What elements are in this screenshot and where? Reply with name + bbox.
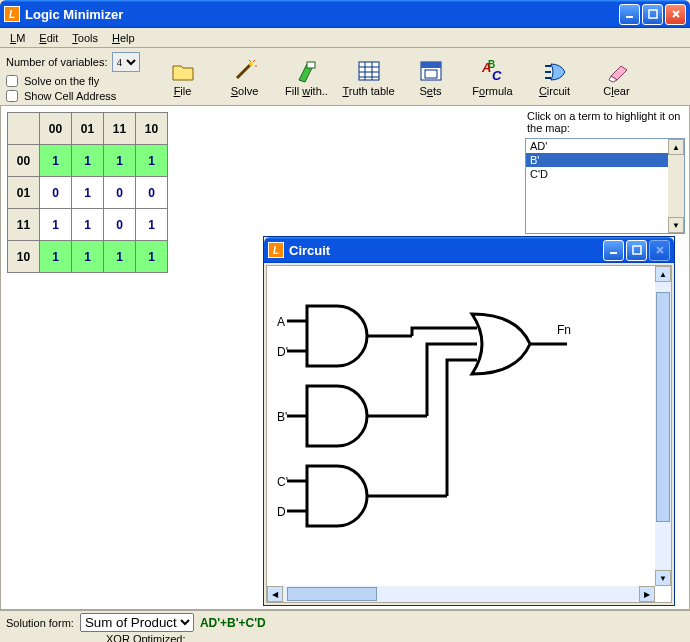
svg-text:Fn: Fn (557, 323, 571, 337)
svg-rect-4 (307, 62, 315, 68)
svg-line-2 (237, 64, 251, 78)
kmap-cell[interactable]: 1 (72, 209, 104, 241)
svg-text:D: D (277, 505, 286, 519)
svg-rect-1 (649, 10, 657, 18)
kmap-cell[interactable]: 1 (72, 145, 104, 177)
circuit-titlebar[interactable]: L Circuit (264, 237, 674, 263)
sets-button[interactable]: Sets (400, 57, 462, 97)
terms-scrollbar[interactable]: ▲ ▼ (668, 139, 684, 233)
toolbar-label: Formula (472, 85, 512, 97)
menu-tools[interactable]: Tools (66, 30, 104, 46)
scroll-right-icon[interactable]: ▶ (639, 586, 655, 602)
terms-hint: Click on a term to highlight it on the m… (527, 110, 685, 134)
svg-point-3 (249, 62, 253, 66)
solution-formula: AD'+B'+C'D (200, 616, 266, 630)
toolbar: Number of variables: 4 Solve on the fly … (0, 48, 690, 106)
sets-icon (416, 57, 446, 85)
kmap-row-header: 11 (8, 209, 40, 241)
toolbar-label: Circuit (539, 85, 570, 97)
maximize-button[interactable] (642, 4, 663, 25)
circuit-button[interactable]: Circuit (524, 57, 586, 97)
scroll-down-icon[interactable]: ▼ (655, 570, 671, 586)
circuit-close-button[interactable] (649, 240, 670, 261)
app-icon: L (4, 6, 20, 22)
num-vars-select[interactable]: 4 (112, 52, 140, 72)
toolbar-label: Sets (419, 85, 441, 97)
toolbar-label: Truth table (342, 85, 394, 97)
toolbar-label: Fill with.. (285, 85, 328, 97)
kmap-cell[interactable]: 0 (40, 177, 72, 209)
kmap-cell[interactable]: 1 (104, 241, 136, 273)
svg-text:B: B (488, 59, 495, 70)
kmap-cell[interactable]: 1 (72, 177, 104, 209)
svg-rect-18 (633, 246, 641, 254)
circuit-icon (540, 57, 570, 85)
truth-table-button[interactable]: Truth table (338, 57, 400, 97)
scroll-left-icon[interactable]: ◀ (267, 586, 283, 602)
terms-list: AD'B'C'D ▲ ▼ (525, 138, 685, 234)
menu-edit[interactable]: Edit (33, 30, 64, 46)
table-icon (354, 57, 384, 85)
kmap-corner (8, 113, 40, 145)
and-gate-3: C' D (277, 466, 447, 526)
kmap-cell[interactable]: 0 (136, 177, 168, 209)
kmap-cell[interactable]: 0 (104, 177, 136, 209)
kmap-cell[interactable]: 1 (40, 241, 72, 273)
fill-with--button[interactable]: Fill with.. (276, 57, 338, 97)
kmap-cell[interactable]: 1 (40, 145, 72, 177)
terms-panel: Click on a term to highlight it on the m… (525, 108, 685, 234)
solve-button[interactable]: Solve (214, 57, 276, 97)
solve-on-fly-checkbox[interactable] (6, 75, 18, 87)
minimize-button[interactable] (619, 4, 640, 25)
scroll-down-icon[interactable]: ▼ (668, 217, 684, 233)
term-item[interactable]: B' (526, 153, 668, 167)
circuit-maximize-button[interactable] (626, 240, 647, 261)
formula-button[interactable]: ACBFormula (462, 57, 524, 97)
menubar: LM Edit Tools Help (0, 28, 690, 48)
circuit-app-icon: L (268, 242, 284, 258)
svg-text:C: C (492, 68, 502, 83)
svg-text:D': D' (277, 345, 288, 359)
menu-help[interactable]: Help (106, 30, 141, 46)
num-vars-label: Number of variables: (6, 56, 108, 68)
kmap-cell[interactable]: 0 (104, 209, 136, 241)
bottom-bar: Solution form: Sum of Product AD'+B'+C'D… (0, 610, 690, 642)
solution-form-select[interactable]: Sum of Product (80, 613, 194, 632)
term-item[interactable]: C'D (526, 167, 668, 181)
formula-icon: ACB (478, 57, 508, 85)
circuit-window: L Circuit (263, 236, 675, 606)
scroll-up-icon[interactable]: ▲ (668, 139, 684, 155)
circuit-scrollbar-vertical[interactable]: ▲ ▼ (655, 266, 671, 586)
circuit-title: Circuit (289, 243, 603, 258)
show-cell-addr-label: Show Cell Address (24, 90, 116, 102)
marker-icon (292, 57, 322, 85)
show-cell-addr-checkbox[interactable] (6, 90, 18, 102)
menu-lm[interactable]: LM (4, 30, 31, 46)
window-title: Logic Minimizer (25, 7, 619, 22)
scroll-up-icon[interactable]: ▲ (655, 266, 671, 282)
svg-text:A: A (277, 315, 285, 329)
and-gate-1: A D' (277, 306, 412, 366)
close-button[interactable] (665, 4, 686, 25)
circuit-minimize-button[interactable] (603, 240, 624, 261)
svg-rect-0 (626, 16, 633, 18)
kmap: 00011110001111010100111101101111 (7, 112, 168, 609)
eraser-icon (602, 57, 632, 85)
kmap-cell[interactable]: 1 (72, 241, 104, 273)
wand-icon (230, 57, 260, 85)
kmap-cell[interactable]: 1 (104, 145, 136, 177)
clear-button[interactable]: Clear (586, 57, 648, 97)
kmap-row-header: 01 (8, 177, 40, 209)
kmap-col-header: 00 (40, 113, 72, 145)
file-button[interactable]: File (152, 57, 214, 97)
circuit-scrollbar-horizontal[interactable]: ◀ ▶ (267, 586, 655, 602)
kmap-col-header: 01 (72, 113, 104, 145)
kmap-cell[interactable]: 1 (136, 241, 168, 273)
term-item[interactable]: AD' (526, 139, 668, 153)
svg-text:B': B' (277, 410, 287, 424)
kmap-cell[interactable]: 1 (136, 145, 168, 177)
xor-optimized-label: XOR Optimized: (106, 633, 185, 642)
kmap-cell[interactable]: 1 (136, 209, 168, 241)
solve-on-fly-label: Solve on the fly (24, 75, 99, 87)
kmap-cell[interactable]: 1 (40, 209, 72, 241)
